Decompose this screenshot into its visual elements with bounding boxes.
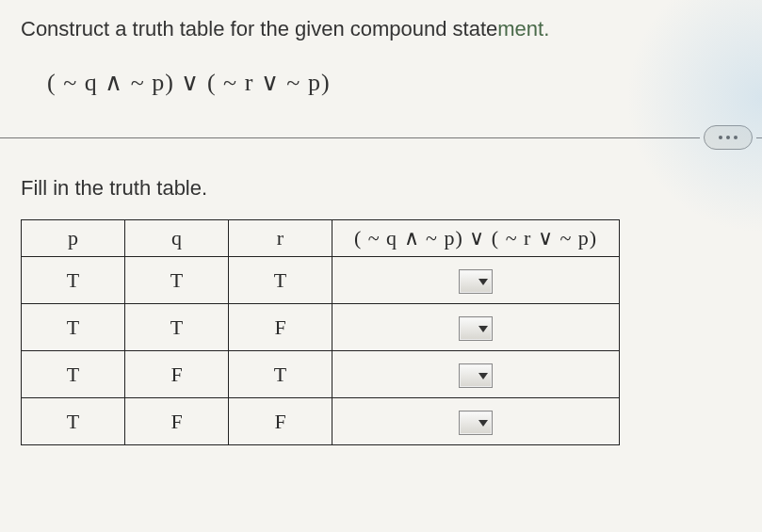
answer-dropdown[interactable] — [459, 269, 493, 294]
section-divider — [0, 125, 762, 150]
table-header-row: p q r ( ~ q ∧ ~ p) ∨ ( ~ r ∨ ~ p) — [22, 220, 620, 257]
column-header-p: p — [22, 220, 125, 257]
chevron-down-icon — [478, 326, 488, 332]
cell-result — [332, 257, 620, 304]
table-row: T T T — [22, 257, 620, 304]
answer-dropdown[interactable] — [459, 411, 493, 435]
cell-p: T — [22, 398, 125, 445]
ellipsis-icon — [726, 136, 730, 139]
column-header-r: r — [229, 220, 332, 257]
fill-instruction: Fill in the truth table. — [21, 176, 741, 201]
table-row: T F T — [22, 351, 620, 398]
cell-r: F — [229, 304, 332, 351]
ellipsis-icon — [734, 136, 738, 139]
table-row: T F F — [22, 398, 620, 445]
truth-table: p q r ( ~ q ∧ ~ p) ∨ ( ~ r ∨ ~ p) T T T … — [21, 219, 620, 445]
answer-dropdown[interactable] — [459, 363, 493, 388]
table-row: T T F — [22, 304, 620, 351]
problem-instruction: Construct a truth table for the given co… — [21, 17, 741, 41]
cell-q: T — [125, 257, 229, 304]
cell-result — [332, 351, 620, 398]
chevron-down-icon — [478, 279, 488, 285]
cell-r: T — [229, 257, 332, 304]
cell-p: T — [22, 257, 125, 304]
cell-r: T — [229, 351, 332, 398]
cell-p: T — [22, 304, 125, 351]
cell-result — [332, 304, 620, 351]
cell-result — [332, 398, 620, 445]
column-header-q: q — [125, 220, 229, 257]
chevron-down-icon — [478, 373, 488, 379]
divider-line — [0, 137, 700, 138]
divider-line — [756, 137, 762, 138]
instruction-text-2: ment. — [497, 17, 549, 40]
cell-q: F — [125, 398, 229, 445]
cell-q: F — [125, 351, 229, 398]
column-header-result: ( ~ q ∧ ~ p) ∨ ( ~ r ∨ ~ p) — [354, 226, 597, 250]
more-options-button[interactable] — [704, 125, 753, 150]
chevron-down-icon — [478, 420, 488, 427]
compound-formula: ( ~ q ∧ ~ p) ∨ ( ~ r ∨ ~ p) — [47, 68, 741, 97]
cell-p: T — [22, 351, 125, 398]
ellipsis-icon — [719, 136, 722, 139]
instruction-text-1: Construct a truth table for the given co… — [21, 17, 497, 40]
answer-dropdown[interactable] — [459, 316, 493, 341]
cell-q: T — [125, 304, 229, 351]
cell-r: F — [229, 398, 332, 445]
